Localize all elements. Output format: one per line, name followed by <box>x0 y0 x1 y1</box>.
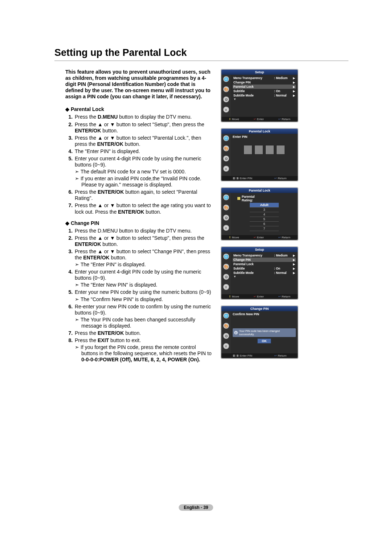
return-icon: ↩ <box>274 354 277 357</box>
osd-title: Setup <box>221 247 298 252</box>
osd-footer: 09Enter PIN ↩Return <box>221 176 298 181</box>
palette-icon: 🎨 <box>223 145 229 151</box>
pin-entry-row <box>233 145 296 155</box>
arrow-icon: ➣ <box>75 176 81 182</box>
updown-icon: ⇕ <box>229 295 231 298</box>
down-arrow-icon: ▼ <box>233 275 296 278</box>
gear-icon: ⚙ <box>223 274 229 280</box>
section-change-pin: ◆ Change PIN <box>65 220 213 226</box>
osd-setup-2: Setup 🌐 🎨 ⚙ ≡ Menu Transparency: Medium▶… <box>221 246 298 300</box>
page-number: English - 39 <box>179 504 213 511</box>
osd-menu-row: Subtitle Mode: Normal▶ <box>233 271 296 275</box>
osd-footer: ⇕Move ↵Enter ↩Return <box>221 235 298 240</box>
section-a-head: Parental Lock <box>71 106 104 112</box>
arrow-icon: ➣ <box>75 282 81 288</box>
osd-menu-row: Parental Lock▶ <box>233 262 296 266</box>
osd-title: Parental Lock <box>221 188 298 193</box>
osd-setup-1: Setup 🌐 🎨 ⚙ ≡ Menu Transparency: Medium▶… <box>221 69 298 122</box>
osd-change-pin: Change PIN 🌐 🎨 ⚙ ≡ Confirm New PIN i You… <box>221 305 298 359</box>
osd-menu-row: Subtitle: On▶ <box>233 266 296 271</box>
arrow-icon: ➣ <box>75 344 81 350</box>
step-a7: Press the ▲ or ▼ button to select the ag… <box>74 202 213 215</box>
page-title: Setting up the Parental Lock <box>54 47 348 58</box>
palette-icon: 🎨 <box>223 323 229 329</box>
osd-icon-rail: 🌐 🎨 ⚙ ≡ <box>221 193 231 235</box>
rating-item: 3 <box>250 208 279 212</box>
diamond-icon: ◆ <box>65 106 69 112</box>
palette-icon: 🎨 <box>223 205 229 210</box>
osd-content: Parental Rating: Adult34567 <box>231 193 298 235</box>
gear-icon: ⚙ <box>223 215 229 221</box>
step-a3: Press the ▲ or ▼ button to select "Paren… <box>74 135 213 147</box>
osd-menu-row: Change PIN▶ <box>233 80 296 85</box>
num-icon: 0 <box>233 354 236 357</box>
step-b5: Enter your new PIN code by using the num… <box>74 289 213 302</box>
osd-content: Enter PIN <box>231 134 298 176</box>
step-a6: Press the ENTER/OK button again, to sele… <box>74 189 213 201</box>
osd-icon-rail: 🌐 🎨 ⚙ ≡ <box>221 311 231 353</box>
osd-menu-row: Menu Transparency: Medium▶ <box>233 253 296 258</box>
osd-title: Parental Lock <box>221 129 298 134</box>
pin-success-message: i Your PIN code has been changed success… <box>233 328 296 337</box>
intro-text: This feature allows you to prevent unaut… <box>65 69 213 100</box>
rating-list: Adult34567 <box>250 203 279 231</box>
return-icon: ↩ <box>278 236 281 239</box>
globe-icon: 🌐 <box>223 313 229 319</box>
osd-menu-row: Parental Lock▶ <box>233 85 296 89</box>
gear-icon: ⚙ <box>223 156 229 161</box>
osd-icon-rail: 🌐 🎨 ⚙ ≡ <box>221 75 231 117</box>
step-a2: Press the ▲ or ▼ button to select "Setup… <box>74 122 213 134</box>
osd-column: Setup 🌐 🎨 ⚙ ≡ Menu Transparency: Medium▶… <box>221 69 297 365</box>
ok-button: OK <box>257 338 271 344</box>
pin-digit-box <box>254 145 263 155</box>
globe-icon: 🌐 <box>223 76 229 82</box>
osd-menu-row: Subtitle: On▶ <box>233 89 296 93</box>
enter-pin-label: Enter PIN <box>233 135 296 139</box>
list-icon: ≡ <box>223 225 229 231</box>
steps-change-pin: Press the D.MENU button to display the D… <box>65 228 213 363</box>
list-icon: ≡ <box>223 284 229 290</box>
arrow-icon: ➣ <box>75 169 81 175</box>
osd-content: Confirm New PIN i Your PIN code has been… <box>231 311 298 353</box>
rating-item: 7 <box>250 226 279 231</box>
enter-icon: ↵ <box>254 295 256 298</box>
step-b2: Press the ▲ or ▼ button to select "Setup… <box>74 235 213 247</box>
osd-title: Setup <box>221 70 298 75</box>
arrow-icon: ➣ <box>75 296 81 303</box>
return-icon: ↩ <box>274 177 277 180</box>
step-b7: Press the ENTER/OK button. <box>74 330 213 336</box>
arrow-icon: ➣ <box>75 262 81 268</box>
enter-icon: ↵ <box>254 118 256 121</box>
palette-icon: 🎨 <box>223 86 229 92</box>
arrow-icon: ➣ <box>75 317 81 323</box>
rating-item: 5 <box>250 217 279 222</box>
osd-menu-list: Menu Transparency: Medium▶Change PIN▶Par… <box>231 75 298 117</box>
globe-icon: 🌐 <box>223 254 229 259</box>
globe-icon: 🌐 <box>223 194 229 200</box>
osd-icon-rail: 🌐 🎨 ⚙ ≡ <box>221 252 231 294</box>
osd-title: Change PIN <box>221 306 298 311</box>
instructions-column: This feature allows you to prevent unaut… <box>54 69 213 365</box>
rating-item: 6 <box>250 222 279 226</box>
osd-footer: 09Enter PIN ↩Return <box>221 353 298 358</box>
return-icon: ↩ <box>278 118 281 121</box>
num-icon: 0 <box>233 177 236 180</box>
osd-footer: ⇕Move ↵Enter ↩Return <box>221 294 298 299</box>
step-b4: Enter your current 4-digit PIN code by u… <box>74 269 213 288</box>
step-b6: Re-enter your new PIN code to confirm by… <box>74 304 213 329</box>
pin-digit-box <box>244 145 252 155</box>
step-a4: The "Enter PIN" is displayed. <box>74 148 213 155</box>
marker-icon <box>237 197 240 200</box>
osd-menu-row: Subtitle Mode: Normal▶ <box>233 93 296 98</box>
title-rule <box>54 61 348 61</box>
enter-icon: ↵ <box>254 236 256 239</box>
palette-icon: 🎨 <box>223 264 229 270</box>
osd-parental-rating: Parental Lock 🌐 🎨 ⚙ ≡ Parental Rating: A… <box>221 187 298 241</box>
section-parental-lock: ◆ Parental Lock <box>65 106 213 112</box>
steps-parental-lock: Press the D.MENU button to display the D… <box>65 114 213 215</box>
osd-menu-list: Menu Transparency: Medium▶Change PIN▶Par… <box>231 252 298 294</box>
list-icon: ≡ <box>223 107 229 112</box>
osd-icon-rail: 🌐 🎨 ⚙ ≡ <box>221 134 231 176</box>
confirm-new-pin-label: Confirm New PIN <box>233 312 296 316</box>
osd-footer: ⇕Move ↵Enter ↩Return <box>221 117 298 122</box>
